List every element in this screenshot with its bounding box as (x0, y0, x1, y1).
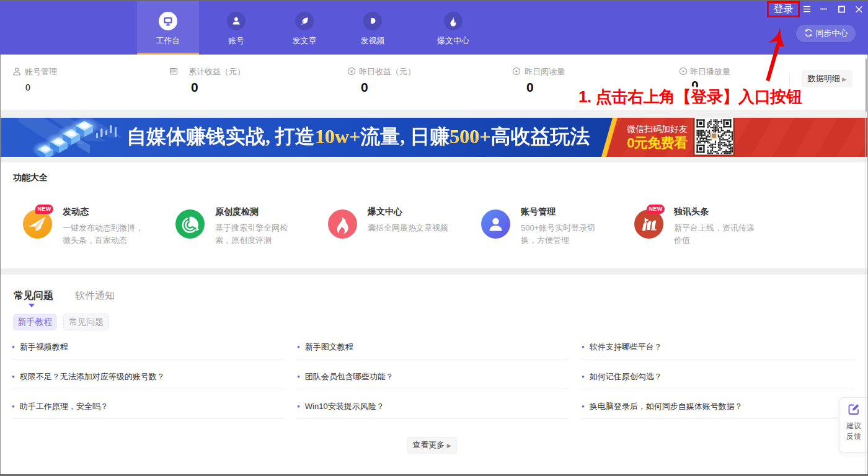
svg-text:¥: ¥ (350, 69, 353, 74)
